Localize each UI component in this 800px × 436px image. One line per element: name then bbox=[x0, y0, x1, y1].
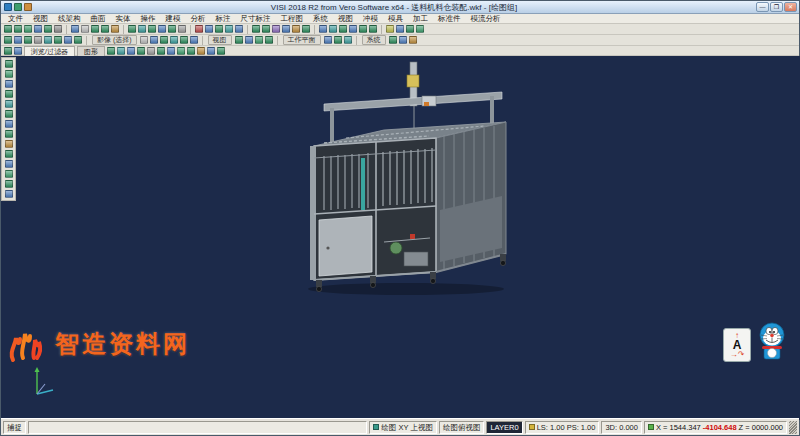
toolbar1-icon-9[interactable] bbox=[91, 25, 99, 33]
toolbar1-icon-31[interactable] bbox=[302, 25, 310, 33]
toolbar2-icon-3[interactable] bbox=[34, 36, 42, 44]
maximize-button[interactable]: ❐ bbox=[770, 2, 783, 12]
toolbar-group-label[interactable]: 系统 bbox=[362, 35, 386, 45]
dock-icon-1[interactable] bbox=[5, 70, 13, 78]
quick-undo-icon[interactable] bbox=[24, 3, 32, 11]
resize-grip[interactable] bbox=[789, 421, 797, 434]
toolbar1-icon-37[interactable] bbox=[359, 25, 367, 33]
toolbar2-icon-21[interactable] bbox=[265, 36, 273, 44]
menu-item-10[interactable]: 工程图 bbox=[276, 14, 309, 24]
toolbar1-icon-22[interactable] bbox=[215, 25, 223, 33]
toolbar2-icon-24[interactable] bbox=[324, 36, 332, 44]
menu-item-1[interactable]: 视图 bbox=[28, 14, 53, 24]
toolbar1-icon-42[interactable] bbox=[406, 25, 414, 33]
toolbar3r-icon-4[interactable] bbox=[147, 47, 155, 55]
machine-cabinet[interactable] bbox=[310, 122, 506, 292]
tab-graphics[interactable]: 图形 bbox=[77, 46, 105, 56]
menu-item-14[interactable]: 模具 bbox=[383, 14, 408, 24]
toolbar1-icon-0[interactable] bbox=[4, 25, 12, 33]
toolbar1-icon-27[interactable] bbox=[262, 25, 270, 33]
toolbar1-icon-3[interactable] bbox=[34, 25, 42, 33]
close-button[interactable]: ✕ bbox=[784, 2, 797, 12]
view-orientation-widget[interactable]: ↑ A →↷ bbox=[723, 328, 751, 362]
toolbar2-icon-18[interactable] bbox=[235, 36, 243, 44]
toolbar1-icon-40[interactable] bbox=[386, 25, 394, 33]
dock-icon-9[interactable] bbox=[5, 150, 13, 158]
toolbar1-icon-18[interactable] bbox=[178, 25, 186, 33]
menu-item-17[interactable]: 模流分析 bbox=[466, 14, 506, 24]
toolbar1-icon-29[interactable] bbox=[282, 25, 290, 33]
toolbar3l-icon-0[interactable] bbox=[4, 47, 12, 55]
dock-icon-8[interactable] bbox=[5, 140, 13, 148]
menu-item-16[interactable]: 标准件 bbox=[433, 14, 466, 24]
dock-icon-6[interactable] bbox=[5, 120, 13, 128]
toolbar2-icon-7[interactable] bbox=[74, 36, 82, 44]
toolbar2-icon-14[interactable] bbox=[180, 36, 188, 44]
dock-icon-0[interactable] bbox=[5, 60, 13, 68]
toolbar2-icon-11[interactable] bbox=[150, 36, 158, 44]
toolbar3r-icon-1[interactable] bbox=[117, 47, 125, 55]
menu-item-6[interactable]: 建模 bbox=[161, 14, 186, 24]
minimize-button[interactable]: — bbox=[756, 2, 769, 12]
toolbar2-icon-30[interactable] bbox=[399, 36, 407, 44]
toolbar1-icon-30[interactable] bbox=[292, 25, 300, 33]
toolbar2-icon-4[interactable] bbox=[44, 36, 52, 44]
toolbar1-icon-10[interactable] bbox=[101, 25, 109, 33]
dock-icon-3[interactable] bbox=[5, 90, 13, 98]
toolbar2-icon-29[interactable] bbox=[389, 36, 397, 44]
toolbar1-icon-33[interactable] bbox=[319, 25, 327, 33]
toolbar3r-icon-6[interactable] bbox=[167, 47, 175, 55]
toolbar2-icon-20[interactable] bbox=[255, 36, 263, 44]
menu-item-9[interactable]: 尺寸标注 bbox=[236, 14, 276, 24]
toolbar3r-icon-0[interactable] bbox=[107, 47, 115, 55]
toolbar1-icon-4[interactable] bbox=[44, 25, 52, 33]
toolbar2-icon-19[interactable] bbox=[245, 36, 253, 44]
toolbar-group-label[interactable]: 影像 (选择) bbox=[92, 35, 137, 45]
toolbar1-icon-15[interactable] bbox=[148, 25, 156, 33]
menu-item-13[interactable]: 冲模 bbox=[358, 14, 383, 24]
menu-item-0[interactable]: 文件 bbox=[3, 14, 28, 24]
toolbar-group-label[interactable]: 视图 bbox=[208, 35, 232, 45]
toolbar2-icon-31[interactable] bbox=[409, 36, 417, 44]
menu-item-8[interactable]: 标注 bbox=[211, 14, 236, 24]
toolbar1-icon-2[interactable] bbox=[24, 25, 32, 33]
toolbar3r-icon-8[interactable] bbox=[187, 47, 195, 55]
dock-icon-11[interactable] bbox=[5, 170, 13, 178]
menu-item-11[interactable]: 系统 bbox=[308, 14, 333, 24]
toolbar2-icon-26[interactable] bbox=[344, 36, 352, 44]
view-name-field[interactable]: 绘图俯视图 bbox=[439, 421, 485, 434]
quick-save-icon[interactable] bbox=[14, 3, 22, 11]
toolbar2-icon-10[interactable] bbox=[140, 36, 148, 44]
toolbar3r-icon-2[interactable] bbox=[127, 47, 135, 55]
toolbar1-icon-34[interactable] bbox=[329, 25, 337, 33]
tab-browser-filter[interactable]: 浏览/过滤器 bbox=[24, 46, 75, 56]
toolbar3r-icon-9[interactable] bbox=[197, 47, 205, 55]
menu-item-2[interactable]: 线架构 bbox=[53, 14, 86, 24]
toolbar1-icon-24[interactable] bbox=[235, 25, 243, 33]
layer-field[interactable]: LAYER0 bbox=[486, 421, 522, 434]
toolbar2-icon-25[interactable] bbox=[334, 36, 342, 44]
toolbar1-icon-36[interactable] bbox=[349, 25, 357, 33]
toolbar3r-icon-11[interactable] bbox=[217, 47, 225, 55]
dock-icon-13[interactable] bbox=[5, 190, 13, 198]
toolbar1-icon-20[interactable] bbox=[195, 25, 203, 33]
toolbar3r-icon-10[interactable] bbox=[207, 47, 215, 55]
toolbar3r-icon-5[interactable] bbox=[157, 47, 165, 55]
menu-item-12[interactable]: 视图 bbox=[333, 14, 358, 24]
toolbar1-icon-23[interactable] bbox=[225, 25, 233, 33]
toolbar1-icon-5[interactable] bbox=[54, 25, 62, 33]
dock-icon-12[interactable] bbox=[5, 180, 13, 188]
toolbar1-icon-43[interactable] bbox=[416, 25, 424, 33]
toolbar1-icon-16[interactable] bbox=[158, 25, 166, 33]
scale-field[interactable]: LS: 1.00 PS: 1.00 bbox=[525, 421, 600, 434]
toolbar3l-icon-1[interactable] bbox=[14, 47, 22, 55]
toolbar1-icon-8[interactable] bbox=[81, 25, 89, 33]
dock-icon-10[interactable] bbox=[5, 160, 13, 168]
toolbar1-icon-41[interactable] bbox=[396, 25, 404, 33]
3d-model-machine[interactable] bbox=[284, 58, 519, 298]
dock-icon-5[interactable] bbox=[5, 110, 13, 118]
menu-item-4[interactable]: 实体 bbox=[111, 14, 136, 24]
toolbar3r-icon-3[interactable] bbox=[137, 47, 145, 55]
toolbar1-icon-13[interactable] bbox=[128, 25, 136, 33]
toolbar2-icon-12[interactable] bbox=[160, 36, 168, 44]
